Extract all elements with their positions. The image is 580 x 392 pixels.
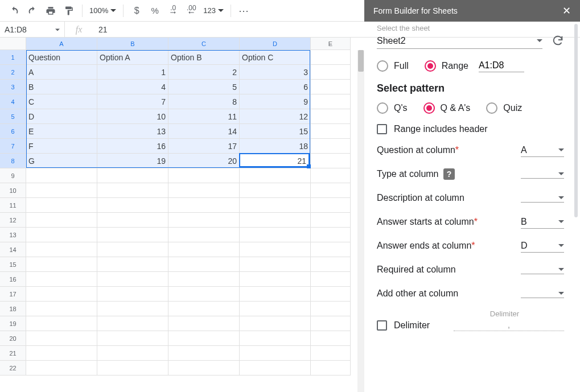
cell[interactable] bbox=[26, 331, 97, 346]
cell[interactable] bbox=[311, 124, 351, 139]
cell[interactable] bbox=[97, 242, 168, 257]
cell[interactable] bbox=[97, 287, 168, 302]
cell[interactable] bbox=[168, 242, 240, 257]
cell[interactable]: E bbox=[26, 124, 97, 139]
currency-button[interactable]: $ bbox=[128, 2, 145, 19]
cell[interactable] bbox=[168, 213, 240, 228]
cell[interactable] bbox=[26, 183, 97, 198]
cell[interactable] bbox=[168, 168, 240, 183]
cell[interactable] bbox=[240, 228, 311, 242]
cell[interactable] bbox=[26, 272, 97, 287]
redo-button[interactable] bbox=[24, 2, 41, 19]
cell[interactable] bbox=[311, 316, 351, 331]
cell[interactable] bbox=[97, 272, 168, 287]
cell[interactable]: Option B bbox=[168, 50, 240, 65]
select-all-corner[interactable] bbox=[0, 38, 26, 50]
quiz-radio[interactable] bbox=[486, 102, 497, 114]
cell[interactable]: Question bbox=[26, 50, 97, 65]
row-header[interactable]: 4 bbox=[0, 94, 26, 109]
row-header[interactable]: 6 bbox=[0, 124, 26, 139]
name-box[interactable]: A1:D8 bbox=[0, 22, 64, 37]
column-header[interactable]: C bbox=[168, 38, 240, 50]
cell[interactable] bbox=[311, 302, 351, 316]
row-header[interactable]: 18 bbox=[0, 302, 26, 316]
cell[interactable]: 16 bbox=[97, 139, 168, 154]
increase-decimal-button[interactable]: .00 bbox=[183, 2, 200, 19]
cell[interactable]: 13 bbox=[97, 124, 168, 139]
cell[interactable] bbox=[97, 361, 168, 376]
cell[interactable] bbox=[26, 213, 97, 228]
cell[interactable] bbox=[26, 316, 97, 331]
row-header[interactable]: 1 bbox=[0, 50, 26, 65]
full-radio[interactable] bbox=[377, 60, 388, 72]
delimiter-checkbox[interactable] bbox=[377, 320, 387, 331]
cell[interactable] bbox=[311, 94, 351, 109]
cell[interactable] bbox=[168, 257, 240, 272]
close-sidebar-button[interactable]: ✕ bbox=[562, 5, 571, 17]
cell[interactable] bbox=[311, 65, 351, 80]
cell[interactable] bbox=[97, 198, 168, 213]
cell[interactable] bbox=[311, 139, 351, 154]
cell[interactable] bbox=[240, 168, 311, 183]
sheet-dropdown[interactable]: Sheet2 bbox=[377, 34, 542, 49]
row-header[interactable]: 22 bbox=[0, 361, 26, 376]
cell[interactable]: 12 bbox=[240, 109, 311, 124]
cell[interactable] bbox=[97, 346, 168, 361]
cell[interactable] bbox=[311, 346, 351, 361]
cell[interactable] bbox=[311, 213, 351, 228]
cell[interactable] bbox=[26, 361, 97, 376]
type-col-dropdown[interactable] bbox=[521, 170, 564, 179]
row-header[interactable]: 9 bbox=[0, 168, 26, 183]
cell[interactable] bbox=[240, 213, 311, 228]
sidebar-scrollbar[interactable] bbox=[574, 24, 578, 390]
cell[interactable] bbox=[26, 168, 97, 183]
row-header[interactable]: 8 bbox=[0, 154, 26, 168]
cell[interactable] bbox=[240, 346, 311, 361]
cell[interactable]: 3 bbox=[240, 65, 311, 80]
cell[interactable] bbox=[168, 346, 240, 361]
spreadsheet[interactable]: ABCDE1QuestionOption AOption BOption C2A… bbox=[0, 38, 364, 392]
cell[interactable]: 20 bbox=[168, 154, 240, 168]
addother-col-dropdown[interactable] bbox=[521, 290, 564, 298]
cell[interactable] bbox=[168, 198, 240, 213]
column-header[interactable]: B bbox=[97, 38, 168, 50]
cell[interactable] bbox=[26, 228, 97, 242]
cell[interactable]: 8 bbox=[168, 94, 240, 109]
cell[interactable] bbox=[97, 302, 168, 316]
cell[interactable] bbox=[240, 198, 311, 213]
column-header[interactable]: E bbox=[311, 38, 351, 50]
cell[interactable] bbox=[97, 228, 168, 242]
row-header[interactable]: 19 bbox=[0, 316, 26, 331]
cell[interactable]: F bbox=[26, 139, 97, 154]
range-radio[interactable] bbox=[425, 60, 436, 72]
cell[interactable] bbox=[311, 257, 351, 272]
column-header[interactable]: D bbox=[240, 38, 311, 50]
range-input[interactable] bbox=[479, 59, 524, 72]
cell[interactable] bbox=[97, 213, 168, 228]
cell[interactable] bbox=[97, 257, 168, 272]
qs-radio[interactable] bbox=[377, 102, 388, 114]
cell[interactable]: 2 bbox=[168, 65, 240, 80]
cell[interactable] bbox=[240, 331, 311, 346]
cell[interactable]: 4 bbox=[97, 80, 168, 94]
cell[interactable] bbox=[311, 242, 351, 257]
cell[interactable] bbox=[168, 183, 240, 198]
qa-radio[interactable] bbox=[423, 102, 435, 114]
cell[interactable] bbox=[311, 361, 351, 376]
row-header[interactable]: 5 bbox=[0, 109, 26, 124]
column-header[interactable]: A bbox=[26, 38, 97, 50]
row-header[interactable]: 12 bbox=[0, 213, 26, 228]
help-icon[interactable]: ? bbox=[443, 168, 455, 180]
cell[interactable] bbox=[97, 331, 168, 346]
row-header[interactable]: 2 bbox=[0, 65, 26, 80]
cell[interactable]: 14 bbox=[168, 124, 240, 139]
cell[interactable] bbox=[240, 302, 311, 316]
cell[interactable] bbox=[240, 287, 311, 302]
cell[interactable] bbox=[168, 302, 240, 316]
cell[interactable] bbox=[168, 331, 240, 346]
answer-end-col-dropdown[interactable]: D bbox=[521, 240, 564, 253]
cell[interactable] bbox=[168, 287, 240, 302]
answer-start-col-dropdown[interactable]: B bbox=[521, 216, 564, 229]
cell[interactable]: 21 bbox=[240, 154, 311, 168]
cell[interactable] bbox=[240, 272, 311, 287]
